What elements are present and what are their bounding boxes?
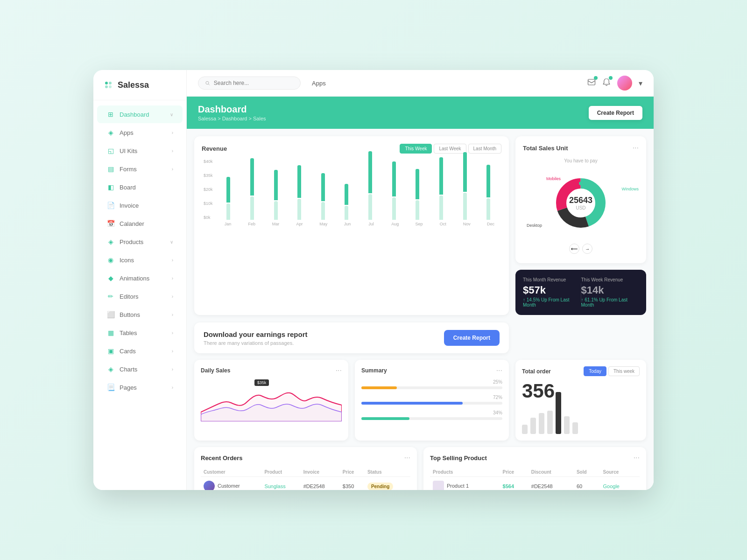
sidebar-item-icons[interactable]: ◉ Icons ›: [97, 251, 183, 269]
status-cell: Pending: [365, 477, 410, 490]
chevron-down-icon: ∨: [170, 112, 173, 117]
windows-label: Windows: [621, 187, 639, 191]
top-selling-table: Products Price Discount Sold Source Prod…: [430, 468, 640, 490]
sidebar-label-apps: Apps: [120, 129, 167, 136]
sidebar-item-animations[interactable]: ◆ Animations ›: [97, 269, 183, 287]
summary-bars: 25% 72%: [361, 379, 502, 420]
buttons-icon: ⬜: [106, 310, 115, 319]
sidebar-item-editors[interactable]: ✏ Editors ›: [97, 287, 183, 305]
order-tab-today[interactable]: Today: [584, 366, 606, 376]
donut-center: 25643 USD: [569, 196, 592, 210]
tables-icon: ▦: [106, 329, 115, 337]
sales-unit-more[interactable]: ···: [633, 144, 639, 152]
col-price: Price: [340, 468, 365, 477]
sidebar-item-apps[interactable]: ◈ Apps ›: [97, 124, 183, 141]
sidebar-item-forms[interactable]: ▤ Forms ›: [97, 160, 183, 178]
summary-bar-bg-1: [361, 386, 502, 389]
sidebar-item-board[interactable]: ◧ Board: [97, 178, 183, 196]
chevron-right-icon: ›: [172, 148, 173, 154]
label-feb: Feb: [241, 222, 262, 226]
col-invoice: Invoice: [301, 468, 340, 477]
sidebar-label-charts: Charts: [120, 366, 167, 373]
earnings-card: Download your earnings report There are …: [194, 322, 509, 353]
chevron-right-icon: ›: [172, 385, 173, 390]
icons-icon: ◉: [106, 256, 115, 264]
sidebar-label-board: Board: [120, 184, 173, 191]
order-tab-thisweek[interactable]: This week: [608, 366, 640, 376]
bar-mar: [265, 170, 287, 220]
user-avatar[interactable]: [617, 76, 632, 91]
sidebar-item-cards[interactable]: ▣ Cards ›: [97, 342, 183, 360]
uikits-icon: ◱: [106, 147, 115, 155]
recent-orders-more[interactable]: ···: [404, 454, 410, 462]
dashboard-grid: Revenue This Week Last Week Last Month $…: [187, 129, 654, 322]
revenue-card: Revenue This Week Last Week Last Month $…: [194, 136, 509, 315]
donut-amount: 25643: [569, 196, 592, 205]
source-cell: Google: [600, 477, 640, 490]
this-week-change: ↑ 61.1% Up From Last Month: [581, 297, 639, 308]
sidebar-item-uikits[interactable]: ◱ UI Kits ›: [97, 142, 183, 160]
sidebar-item-buttons[interactable]: ⬜ Buttons ›: [97, 306, 183, 323]
col-product: Product: [261, 468, 300, 477]
invoice-icon: 📄: [106, 201, 115, 210]
earnings-create-report-button[interactable]: Create Report: [444, 330, 500, 346]
revenue-stats-card: This Month Revenue $57k ↑ 14.5% Up From …: [515, 270, 646, 315]
sidebar-item-pages[interactable]: 📃 Pages ›: [97, 378, 183, 396]
earnings-text: Download your earnings report There are …: [204, 330, 308, 346]
create-report-button[interactable]: Create Report: [589, 106, 642, 120]
chevron-right-icon: ›: [172, 330, 173, 336]
label-sep: Sep: [408, 222, 430, 226]
order-bar-1: [522, 425, 528, 434]
label-jun: Jun: [337, 222, 358, 226]
summary-bar-bg-2: [361, 402, 502, 405]
mail-badge: [594, 76, 598, 80]
editors-icon: ✏: [106, 292, 115, 301]
search-input[interactable]: [214, 80, 294, 86]
total-order-title: Total order: [522, 368, 551, 375]
bar-aug: [383, 161, 405, 220]
logo-text: Salessa: [118, 80, 149, 90]
order-number: 356: [522, 380, 640, 402]
logo: Salessa: [93, 79, 186, 100]
this-month-change: ↑ 14.5% Up From Last Month: [523, 297, 581, 308]
sidebar-nav: ⊞ Dashboard ∨ ◈ Apps › ◱ UI Kits › ▤ For…: [93, 105, 186, 481]
table-row: Customer Sunglass #DE2548 $350 Pending: [201, 477, 410, 490]
sidebar-item-charts[interactable]: ◈ Charts ›: [97, 360, 183, 378]
svg-rect-6: [588, 79, 595, 85]
apps-icon: ◈: [106, 128, 115, 137]
label-mar: Mar: [265, 222, 286, 226]
status-badge-pending: Pending: [367, 483, 393, 490]
chevron-down-icon: ∨: [170, 239, 173, 245]
bar-apr: [288, 165, 310, 220]
donut-prev[interactable]: ⟵: [569, 244, 579, 254]
user-dropdown-icon[interactable]: ▾: [639, 79, 642, 88]
sidebar-label-invoice: Invoice: [120, 202, 173, 209]
order-tabs: Today This week: [584, 366, 640, 376]
search-bar[interactable]: [198, 77, 301, 90]
sidebar-label-tables: Tables: [120, 329, 167, 336]
sidebar-item-tables[interactable]: ▦ Tables ›: [97, 324, 183, 342]
sidebar-item-dashboard[interactable]: ⊞ Dashboard ∨: [97, 105, 183, 123]
donut-next[interactable]: →: [582, 244, 592, 254]
topbar-apps-label: Apps: [312, 80, 326, 87]
sidebar-item-invoice[interactable]: 📄 Invoice: [97, 196, 183, 214]
bar-chart: [218, 151, 500, 220]
sidebar-item-products[interactable]: ◈ Products ∨: [97, 233, 183, 251]
svg-point-1: [109, 82, 112, 84]
recent-orders-title: Recent Orders: [201, 455, 243, 462]
page-content: Dashboard Salessa > Dashboard > Sales Cr…: [187, 97, 654, 490]
notification-button[interactable]: [602, 78, 611, 88]
top-selling-more[interactable]: ···: [634, 454, 640, 462]
daily-sales-more[interactable]: ···: [336, 366, 342, 375]
page-title: Dashboard: [198, 104, 266, 115]
price-cell: $564: [500, 477, 529, 490]
product-img: [433, 481, 444, 490]
notification-badge: [609, 76, 613, 80]
mail-button[interactable]: [587, 78, 596, 88]
summary-more[interactable]: ···: [496, 366, 502, 375]
col-price: Price: [500, 468, 529, 477]
summary-bar-fill-1: [361, 386, 397, 389]
customer-avatar: [204, 481, 215, 490]
sidebar-item-calander[interactable]: 📅 Calander: [97, 215, 183, 232]
col-customer: Customer: [201, 468, 261, 477]
